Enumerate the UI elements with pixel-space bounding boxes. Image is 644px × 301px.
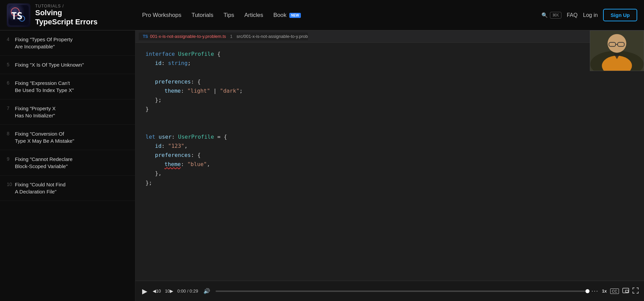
tab-path: src/001-x-is-not-assignable-to-y.problem… bbox=[237, 34, 308, 39]
volume-button[interactable]: 🔊 bbox=[202, 286, 212, 296]
sidebar-num-6: 6 bbox=[7, 79, 15, 86]
code-line-5: }; bbox=[146, 95, 634, 105]
sidebar-num-8: 8 bbox=[7, 130, 15, 136]
nav-book[interactable]: Book NEW bbox=[273, 12, 301, 19]
top-nav: TS TUTORIALS / Solving TypeScript Errors… bbox=[0, 0, 644, 30]
editor-tab-active[interactable]: TS 001-x-is-not-assignable-to-y.problem.… bbox=[139, 32, 308, 40]
logo-text: TUTORIALS / Solving TypeScript Errors bbox=[35, 4, 97, 26]
code-line-7: let user: UserProfile = { bbox=[146, 132, 634, 141]
sidebar-label-5: Fixing "X Is Of Type Unknown" bbox=[15, 61, 84, 68]
code-line-10: theme: "blue", bbox=[146, 160, 634, 169]
main-area: 4 Fixing "Types Of PropertyAre Incompati… bbox=[0, 30, 644, 301]
sidebar-label-10: Fixing "Could Not FindA Declaration File… bbox=[15, 181, 66, 195]
presenter-cam bbox=[590, 30, 644, 71]
sidebar-item-6[interactable]: 6 Fixing "Expression Can'tBe Used To Ind… bbox=[0, 74, 135, 99]
code-line-9: preferences: { bbox=[146, 150, 634, 160]
site-title: Solving TypeScript Errors bbox=[35, 8, 97, 26]
nav-tutorials[interactable]: Tutorials bbox=[192, 12, 214, 19]
fullscreen-button[interactable] bbox=[632, 287, 639, 295]
video-area: TS 001-x-is-not-assignable-to-y.problem.… bbox=[135, 30, 644, 301]
code-content: interface UserProfile { id: string; pref… bbox=[135, 43, 644, 194]
cam-video bbox=[590, 31, 644, 71]
sidebar: 4 Fixing "Types Of PropertyAre Incompati… bbox=[0, 30, 135, 301]
tab-num: 1 bbox=[230, 34, 232, 39]
code-editor: interface UserProfile { id: string; pref… bbox=[135, 43, 644, 281]
time-display: 0:00 / 0:29 bbox=[177, 288, 198, 294]
code-line-6: } bbox=[146, 105, 634, 114]
code-line-8: id: "123", bbox=[146, 141, 634, 150]
sidebar-label-6: Fixing "Expression Can'tBe Used To Index… bbox=[15, 79, 74, 94]
search-shortcut: ⌘K bbox=[550, 12, 561, 19]
code-line-2: id: string; bbox=[146, 59, 634, 68]
svg-rect-13 bbox=[625, 290, 628, 292]
progress-bar[interactable] bbox=[216, 291, 587, 292]
more-options-button[interactable]: ··· bbox=[592, 287, 599, 295]
search-icon: 🔍 bbox=[541, 12, 548, 18]
sidebar-label-4: Fixing "Types Of PropertyAre Incompatibl… bbox=[15, 36, 72, 50]
sidebar-item-8[interactable]: 8 Fixing "Conversion OfType X May Be A M… bbox=[0, 125, 135, 150]
nav-right: 🔍 ⌘K FAQ Log in Sign Up bbox=[541, 9, 644, 21]
sidebar-num-5: 5 bbox=[7, 61, 15, 67]
nav-tips[interactable]: Tips bbox=[223, 12, 234, 19]
pip-icon bbox=[622, 288, 629, 293]
editor-tab-bar: TS 001-x-is-not-assignable-to-y.problem.… bbox=[135, 30, 644, 43]
login-link[interactable]: Log in bbox=[583, 12, 598, 18]
code-line-11: }, bbox=[146, 169, 634, 178]
code-line-12: }; bbox=[146, 178, 634, 187]
play-button[interactable]: ▶ bbox=[141, 286, 149, 297]
logo-area: TS TUTORIALS / Solving TypeScript Errors bbox=[0, 3, 135, 27]
sidebar-item-5[interactable]: 5 Fixing "X Is Of Type Unknown" bbox=[0, 56, 135, 74]
svg-point-6 bbox=[607, 34, 626, 53]
sidebar-num-10: 10 bbox=[7, 181, 15, 187]
new-badge: NEW bbox=[289, 13, 301, 18]
nav-articles[interactable]: Articles bbox=[244, 12, 263, 19]
video-controls: ▶ ◀10 10▶ 0:00 / 0:29 🔊 ··· 1x CC bbox=[135, 281, 644, 301]
site-logo[interactable]: TS bbox=[7, 3, 30, 27]
sidebar-item-4[interactable]: 4 Fixing "Types Of PropertyAre Incompati… bbox=[0, 30, 135, 56]
skip-back-button[interactable]: ◀10 bbox=[153, 288, 161, 294]
sidebar-label-8: Fixing "Conversion OfType X May Be A Mis… bbox=[15, 130, 74, 144]
sidebar-label-9: Fixing "Cannot RedeclareBlock-Scoped Var… bbox=[15, 156, 72, 170]
faq-link[interactable]: FAQ bbox=[567, 12, 578, 18]
ts-badge: TS bbox=[143, 34, 148, 39]
sidebar-item-10[interactable]: 10 Fixing "Could Not FindA Declaration F… bbox=[0, 176, 135, 201]
code-line-blank1 bbox=[146, 68, 634, 77]
sidebar-num-4: 4 bbox=[7, 36, 15, 42]
signup-button[interactable]: Sign Up bbox=[603, 9, 637, 21]
speed-button[interactable]: 1x bbox=[602, 288, 607, 294]
captions-button[interactable]: CC bbox=[610, 288, 619, 294]
sidebar-num-9: 9 bbox=[7, 156, 15, 162]
fullscreen-icon bbox=[632, 287, 639, 294]
code-line-blank3 bbox=[146, 123, 634, 132]
controls-right: ··· 1x CC bbox=[592, 287, 639, 295]
svg-text:TS: TS bbox=[11, 10, 23, 22]
sidebar-label-7: Fixing "Property XHas No Initializer" bbox=[15, 105, 55, 119]
sidebar-item-9[interactable]: 9 Fixing "Cannot RedeclareBlock-Scoped V… bbox=[0, 150, 135, 176]
skip-forward-button[interactable]: 10▶ bbox=[165, 288, 173, 294]
tab-filename: 001-x-is-not-assignable-to-y.problem.ts bbox=[150, 34, 226, 39]
nav-pro-workshops[interactable]: Pro Workshops bbox=[142, 12, 181, 19]
sidebar-num-7: 7 bbox=[7, 105, 15, 111]
code-line-4: theme: "light" | "dark"; bbox=[146, 86, 634, 95]
presenter-silhouette bbox=[590, 30, 644, 71]
progress-thumb[interactable] bbox=[585, 289, 590, 293]
breadcrumb: TUTORIALS / bbox=[35, 4, 97, 8]
nav-links: Pro Workshops Tutorials Tips Articles Bo… bbox=[135, 12, 541, 19]
sidebar-item-7[interactable]: 7 Fixing "Property XHas No Initializer" bbox=[0, 99, 135, 125]
code-line-1: interface UserProfile { bbox=[146, 49, 634, 59]
code-line-3: preferences: { bbox=[146, 77, 634, 86]
search-button[interactable]: 🔍 ⌘K bbox=[541, 12, 561, 19]
code-line-blank2 bbox=[146, 114, 634, 123]
pip-button[interactable] bbox=[622, 288, 629, 295]
